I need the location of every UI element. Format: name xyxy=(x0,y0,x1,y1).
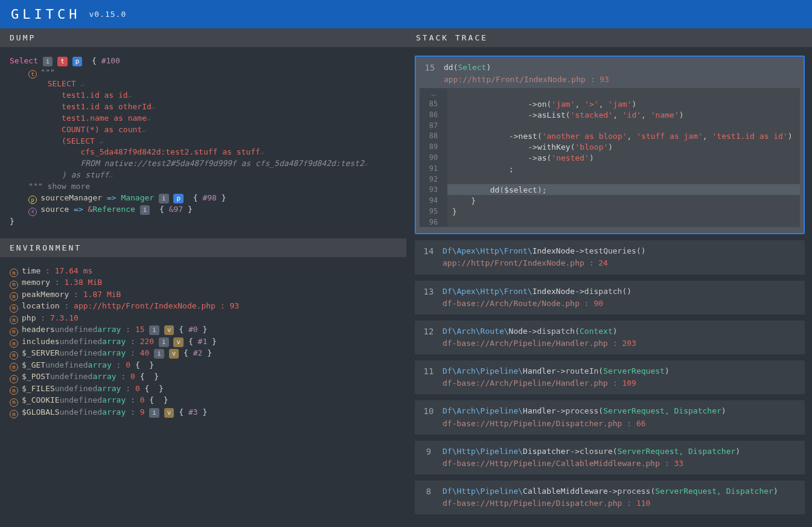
stack-frame[interactable]: 9Df\Http\Pipeline\Dispatcher->closure(Se… xyxy=(415,441,805,474)
stack-frame[interactable]: 12Df\Arch\Route\Node->dispatch(Context)d… xyxy=(415,321,805,354)
env-count: 40 xyxy=(140,348,150,357)
meta-icon: m xyxy=(10,351,18,360)
triple-quote: """ xyxy=(28,182,42,191)
env-sep: undefined xyxy=(60,337,102,346)
amp-id: &97 xyxy=(169,205,183,214)
info-badge[interactable]: i xyxy=(154,349,164,359)
code-line: 86 ->asList('stacked', 'id', 'name') xyxy=(420,109,800,120)
env-type: array xyxy=(97,325,121,334)
hash-id: #98 xyxy=(202,193,216,202)
env-value: app://http/Front/IndexNode.php : 93 xyxy=(74,301,239,310)
values-badge[interactable]: v xyxy=(164,408,174,418)
frame-signature: Df\Arch\Pipeline\Handler->process(Server… xyxy=(443,405,799,417)
env-count: 0 xyxy=(126,360,130,369)
sql-line: cfs_5da487f9d842d:test2.stuff as stuff xyxy=(80,147,260,156)
env-sep: : xyxy=(60,301,74,310)
meta-icon: m xyxy=(10,410,18,418)
frame-location: df-base://Http/Pipeline/CallableMiddlewa… xyxy=(443,458,799,470)
left-column: DUMP Select i t p { #100 t""" SELECT ↵ t… xyxy=(0,28,406,527)
app-logo: GLITCH xyxy=(11,7,80,22)
env-row: m$_POSTundefinedarray : 0 { } xyxy=(10,371,397,383)
frame-number: 8 xyxy=(415,485,443,496)
env-row: mmemory : 1.38 MiB xyxy=(10,277,397,289)
env-key: $_COOKIE xyxy=(22,395,60,404)
app-version: v0.15.0 xyxy=(89,10,126,19)
env-key: peakMemory xyxy=(22,290,69,299)
info-badge[interactable]: i xyxy=(159,337,169,347)
stack-panel-header: STACK TRACE xyxy=(406,28,812,47)
brace: } xyxy=(217,193,226,202)
env-sep: : xyxy=(50,278,64,287)
env-row: m$GLOBALSundefinedarray : 9 i v { #3 } xyxy=(10,407,397,419)
meta-icon: m xyxy=(10,281,18,289)
meta-icon: m xyxy=(10,375,18,383)
line-number: 90 xyxy=(420,152,447,163)
code-line: 92 xyxy=(420,174,800,184)
env-count: 15 xyxy=(135,325,145,334)
dump-select-kw[interactable]: Select xyxy=(10,56,38,65)
newline-icon: ↵ xyxy=(128,92,132,100)
env-panel-body: mtime : 17.64 msmmemory : 1.38 MiBmpeakM… xyxy=(0,257,406,527)
env-type: array xyxy=(102,337,126,346)
line-number: 94 xyxy=(420,195,447,206)
right-column: STACK TRACE 15dd(Select)app://http/Front… xyxy=(406,28,812,527)
env-key: $_SERVER xyxy=(22,348,60,357)
props-badge[interactable]: p xyxy=(173,194,184,203)
env-value: 7.3.10 xyxy=(50,313,78,322)
stack-frame[interactable]: 11Df\Arch\Pipeline\Handler->routeIn(Serv… xyxy=(415,360,805,394)
stack-frame[interactable]: 13Df\Apex\Http\Front\IndexNode->dispatch… xyxy=(415,281,805,315)
env-row: mphp : 7.3.10 xyxy=(10,313,397,325)
env-sep: : xyxy=(69,290,83,299)
env-type: array xyxy=(92,372,116,381)
env-sep: undefined xyxy=(60,348,102,357)
meta-icon: m xyxy=(10,386,18,395)
frame-location: df-base://Http/Pipeline/Dispatcher.php :… xyxy=(443,418,799,430)
stack-frame[interactable]: 10Df\Arch\Pipeline\Handler->process(Serv… xyxy=(415,400,805,434)
values-badge[interactable]: v xyxy=(169,349,179,359)
newline-icon: ↵ xyxy=(80,80,85,88)
sql-close: ) as stuff xyxy=(62,170,109,179)
env-value: 1.87 MiB xyxy=(83,290,121,299)
values-badge[interactable]: v xyxy=(173,337,184,347)
newline-icon: ↵ xyxy=(142,126,146,134)
env-key: location xyxy=(22,301,60,310)
env-key: headers xyxy=(22,325,55,334)
info-badge[interactable]: i xyxy=(43,57,53,66)
env-hash: #3 xyxy=(188,407,198,417)
stack-frame[interactable]: 8Df\Http\Pipeline\CallableMiddleware->pr… xyxy=(415,481,805,514)
line-number: 91 xyxy=(420,163,447,174)
info-badge[interactable]: i xyxy=(149,325,159,335)
values-badge[interactable]: v xyxy=(164,325,174,335)
stack-frame-active[interactable]: 15dd(Select)app://http/Front/IndexNode.p… xyxy=(415,56,805,234)
type-badge[interactable]: t xyxy=(57,57,68,66)
frame-number: 10 xyxy=(415,405,443,416)
env-key: includes xyxy=(22,337,60,346)
stack-panel-body: 15dd(Select)app://http/Front/IndexNode.p… xyxy=(406,47,812,520)
prop-icon: p xyxy=(28,196,37,204)
frame-signature: Df\Http\Pipeline\Dispatcher->closure(Ser… xyxy=(443,446,799,458)
env-count: 220 xyxy=(140,337,154,346)
frame-signature: dd(Select) xyxy=(444,62,798,74)
code-line: 88 ->nest('another as bloop', 'stuff as … xyxy=(420,130,800,141)
stack-frame[interactable]: 14Df\Apex\Http\Front\IndexNode->testQuer… xyxy=(415,240,805,274)
sql-line: test1.id as otherId xyxy=(62,102,152,111)
frame-signature: Df\Apex\Http\Front\IndexNode->testQuerie… xyxy=(443,245,799,257)
frame-signature: Df\Apex\Http\Front\IndexNode->dispatch() xyxy=(443,286,799,298)
info-badge[interactable]: i xyxy=(140,205,150,215)
newline-icon: ↵ xyxy=(260,149,264,156)
frame-location: df-base://Arch/Route/Node.php : 90 xyxy=(443,298,799,310)
env-row: mheadersundefinedarray : 15 i v { #0 } xyxy=(10,324,397,336)
env-row: m$_COOKIEundefinedarray : 0 { } xyxy=(10,395,397,407)
sql-from: FROM native://test2#5da487f9d999f as cfs… xyxy=(80,159,364,168)
env-value: 17.64 ms xyxy=(55,266,93,275)
type-manager[interactable]: Manager xyxy=(121,193,154,202)
code-line: 85 ->on('jam', '>', 'jam') xyxy=(420,98,800,109)
info-badge[interactable]: i xyxy=(149,408,159,418)
env-type: array xyxy=(97,384,121,393)
info-badge[interactable]: i xyxy=(159,194,169,203)
type-reference[interactable]: Reference xyxy=(92,205,135,214)
env-row: m$_GETundefinedarray : 0 { } xyxy=(10,360,397,372)
show-more-link[interactable]: show more xyxy=(43,182,90,191)
props-badge[interactable]: p xyxy=(72,57,83,66)
env-count: 9 xyxy=(140,407,145,417)
